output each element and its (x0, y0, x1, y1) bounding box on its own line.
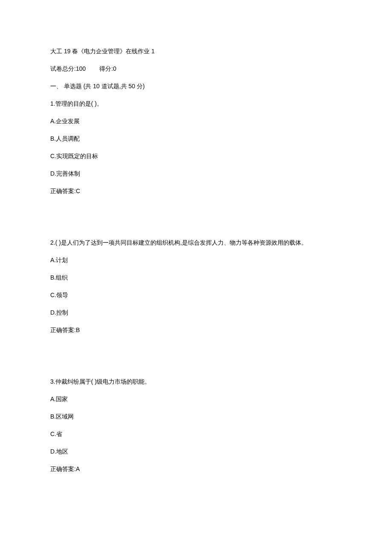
question-option: D.完善体制 (50, 169, 342, 178)
question-option: C.领导 (50, 291, 342, 300)
question-answer: 正确答案:A (50, 465, 342, 474)
question-option: D.地区 (50, 447, 342, 456)
score-total: 试卷总分:100 (50, 64, 86, 73)
question-option: A.计划 (50, 256, 342, 265)
question-stem: 2.( )是人们为了达到一项共同目标建立的组织机构,是综合发挥人力、物力等各种资… (50, 238, 342, 247)
question-answer: 正确答案:B (50, 326, 342, 335)
question-option: B.区域网 (50, 412, 342, 421)
question-option: C.实现既定的目标 (50, 152, 342, 161)
question-stem: 3.仲裁纠纷属于( )级电力市场的职能。 (50, 377, 342, 386)
question-option: B.人员调配 (50, 134, 342, 143)
question-option: C.省 (50, 430, 342, 439)
question-option: D.控制 (50, 308, 342, 317)
document-title: 大工 19 春《电力企业管理》在线作业 1 (50, 47, 342, 56)
score-get: 得分:0 (99, 64, 116, 73)
section-header: 一、 单选题 (共 10 道试题,共 50 分) (50, 82, 342, 91)
spacer (50, 343, 342, 377)
question-option: B.组织 (50, 273, 342, 282)
question-option: A.国家 (50, 395, 342, 404)
question-answer: 正确答案:C (50, 187, 342, 196)
spacer (50, 204, 342, 238)
question-stem: 1.管理的目的是( )。 (50, 99, 342, 108)
score-line: 试卷总分:100 得分:0 (50, 64, 342, 73)
question-option: A.企业发展 (50, 117, 342, 126)
